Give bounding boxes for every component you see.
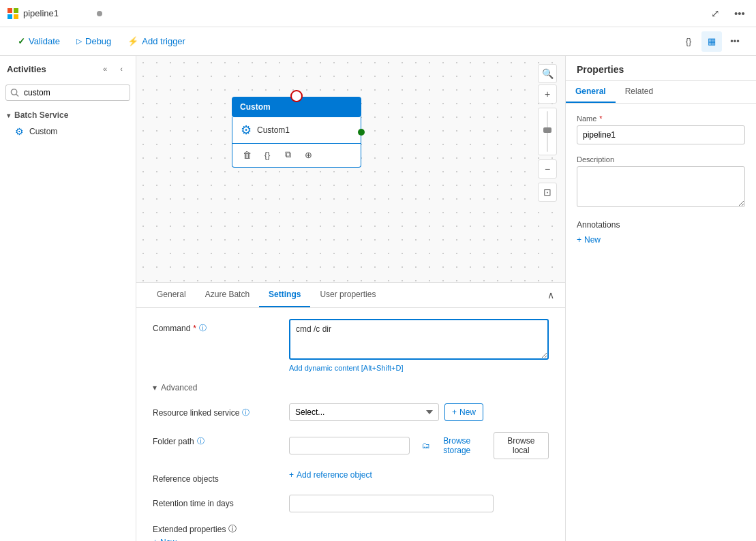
sidebar-title: Activities	[7, 64, 46, 74]
properties-panel: Properties General Related Name * Descri…	[565, 56, 756, 541]
plus-ref-icon: +	[289, 470, 294, 480]
resource-linked-select[interactable]: Select...	[289, 403, 439, 421]
node-success-indicator	[358, 129, 365, 136]
prop-tab-related[interactable]: Related	[616, 81, 663, 103]
resource-info-icon[interactable]: ⓘ	[242, 407, 250, 418]
extended-properties-section: Extended properties ⓘ + New	[153, 523, 549, 541]
add-reference-btn[interactable]: + Add reference object	[289, 470, 372, 480]
node-link-btn[interactable]: ⊕	[299, 146, 317, 163]
bottom-tabs: General Azure Batch Settings User proper…	[147, 283, 385, 307]
debug-play-icon: ▷	[76, 37, 82, 46]
browse-storage-btn[interactable]: 🗂 Browse storage	[415, 433, 488, 459]
prop-description-textarea[interactable]	[577, 166, 745, 207]
svg-rect-3	[14, 14, 18, 19]
panel-toggle-btn[interactable]: ▦	[701, 31, 722, 52]
debug-button[interactable]: ▷ Debug	[70, 33, 118, 50]
prop-description-row: Description	[577, 155, 745, 209]
pipeline-title: pipeline1	[23, 8, 59, 18]
properties-header: Properties	[566, 56, 756, 81]
svg-line-5	[16, 94, 18, 96]
bottom-content: Command * ⓘ Add dynamic content [Alt+Shi…	[136, 308, 565, 541]
canvas-zoom-out-btn[interactable]: −	[538, 159, 557, 179]
top-bar: pipeline1 ⤢ •••	[0, 0, 756, 27]
canvas-controls: 🔍 + − ⊡	[538, 64, 557, 202]
plus-annotation-icon: +	[577, 235, 581, 245]
prop-name-input[interactable]	[577, 125, 745, 144]
logo-icon	[7, 7, 19, 20]
svg-point-4	[11, 89, 16, 95]
close-panel-btn[interactable]: ∧	[547, 290, 554, 300]
resource-new-btn[interactable]: + New	[444, 403, 483, 421]
retention-label: Retention time in days	[153, 495, 289, 508]
folder-storage-icon: 🗂	[422, 441, 430, 450]
prop-name-row: Name *	[577, 114, 745, 144]
svg-rect-0	[7, 8, 12, 13]
plus-ext-icon: +	[153, 538, 157, 541]
command-info-icon[interactable]: ⓘ	[199, 323, 207, 333]
sidebar-group-batch-service[interactable]: ▾ Batch Service	[0, 108, 136, 123]
sidebar-group-label: Batch Service	[14, 110, 68, 120]
node-delete-btn[interactable]: 🗑	[238, 146, 256, 163]
folder-path-info-icon[interactable]: ⓘ	[197, 436, 205, 446]
node-gear-icon: ⚙	[241, 123, 252, 138]
top-bar-dot	[97, 11, 102, 16]
retention-row: Retention time in days	[153, 495, 549, 512]
toolbar-more-btn[interactable]: •••	[725, 31, 745, 52]
prop-tab-general[interactable]: General	[566, 81, 616, 103]
resource-linked-label: Resource linked service ⓘ	[153, 403, 289, 418]
properties-title: Properties	[577, 64, 624, 75]
canvas: Custom ⚙ Custom1 🗑 {} ⧉ ⊕	[136, 56, 565, 282]
prop-new-annotation-btn[interactable]: + New	[577, 235, 601, 245]
tab-settings[interactable]: Settings	[259, 283, 310, 307]
node-name-label: Custom1	[257, 125, 290, 135]
collapse-icon[interactable]: ‹	[114, 61, 129, 76]
validate-button[interactable]: ✓ Validate	[11, 33, 67, 50]
add-trigger-button[interactable]: ⚡ Add trigger	[121, 33, 192, 50]
trigger-lightning-icon: ⚡	[127, 36, 138, 46]
command-label: Command * ⓘ	[153, 319, 289, 333]
tab-general[interactable]: General	[147, 283, 196, 307]
folder-path-input[interactable]	[289, 437, 410, 454]
tab-azure-batch[interactable]: Azure Batch	[196, 283, 259, 307]
chevron-down-icon: ▾	[7, 112, 10, 119]
folder-path-label: Folder path ⓘ	[153, 432, 289, 446]
add-dynamic-link[interactable]: Add dynamic content [Alt+Shift+D]	[289, 364, 549, 372]
folder-path-row: Folder path ⓘ 🗂 Browse storage Browse lo…	[153, 432, 549, 459]
collapse-all-icon[interactable]: «	[97, 61, 112, 76]
canvas-zoom-in-btn[interactable]: +	[538, 84, 557, 104]
properties-content: Name * Description Annotations + New	[566, 104, 756, 541]
advanced-toggle[interactable]: ▾ Advanced	[153, 383, 549, 392]
validate-check-icon: ✓	[18, 36, 25, 46]
retention-input[interactable]	[289, 495, 494, 512]
ext-new-btn[interactable]: + New	[153, 538, 177, 541]
tab-user-properties[interactable]: User properties	[310, 283, 385, 307]
canvas-fit-btn[interactable]: ⊡	[538, 183, 557, 202]
canvas-zoom-slider[interactable]	[538, 108, 557, 155]
node-code-btn[interactable]: {}	[258, 146, 276, 163]
command-row: Command * ⓘ Add dynamic content [Alt+Shi…	[153, 319, 549, 372]
plus-icon: +	[452, 407, 457, 417]
prop-name-label: Name *	[577, 114, 745, 123]
reference-objects-row: Reference objects + Add reference object	[153, 470, 549, 484]
chevron-down-advanced-icon: ▾	[153, 383, 157, 392]
toolbar: ✓ Validate ▷ Debug ⚡ Add trigger {} ▦ ••…	[0, 27, 756, 56]
command-textarea[interactable]	[289, 319, 549, 360]
bottom-panel: General Azure Batch Settings User proper…	[136, 282, 565, 541]
search-input[interactable]	[5, 84, 130, 101]
node-copy-btn[interactable]: ⧉	[279, 146, 297, 163]
more-options-btn[interactable]: •••	[730, 4, 749, 23]
code-view-btn[interactable]: {}	[678, 31, 699, 52]
ext-props-info-icon[interactable]: ⓘ	[228, 523, 237, 535]
prop-annotations-row: Annotations + New	[577, 220, 745, 245]
activity-node[interactable]: Custom ⚙ Custom1 🗑 {} ⧉ ⊕	[232, 97, 361, 168]
browse-local-btn[interactable]: Browse local	[494, 432, 549, 459]
prop-annotations-label: Annotations	[577, 220, 745, 230]
resource-linked-row: Resource linked service ⓘ Select... + Ne…	[153, 403, 549, 421]
expand-icon-btn[interactable]: ⤢	[706, 4, 725, 23]
canvas-search-btn[interactable]: 🔍	[538, 64, 557, 83]
reference-objects-label: Reference objects	[153, 470, 289, 484]
svg-rect-1	[14, 8, 18, 13]
sidebar-item-custom[interactable]: ⚙ Custom	[0, 123, 136, 140]
search-icon	[10, 89, 19, 97]
prop-description-label: Description	[577, 155, 745, 164]
